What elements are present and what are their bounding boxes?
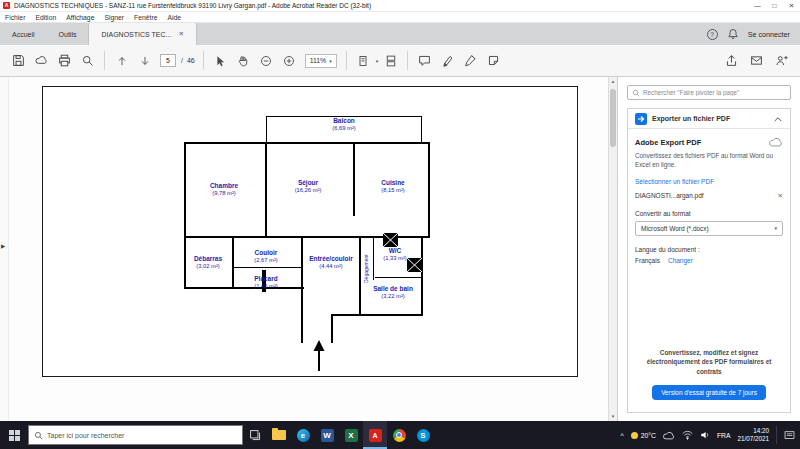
zoom-in-icon[interactable] — [279, 50, 300, 72]
wall — [421, 238, 423, 316]
adobe-export-pdf-label: Adobe Export PDF — [635, 138, 769, 147]
action-center-icon[interactable] — [784, 430, 795, 441]
menu-edition[interactable]: Edition — [30, 14, 61, 21]
maximize-button[interactable]: □ — [766, 2, 783, 10]
select-pdf-link[interactable]: Sélectionner un fichier PDF — [635, 178, 783, 185]
taskbar-search-input[interactable] — [47, 432, 237, 439]
search-icon[interactable] — [77, 50, 98, 72]
zoom-dropdown-icon[interactable]: ▾ — [329, 58, 332, 64]
fit-page-dropdown-icon[interactable]: ▾ — [376, 58, 379, 64]
export-pdf-title: Exporter un fichier PDF — [652, 115, 768, 122]
add-person-icon[interactable] — [771, 50, 792, 72]
time: 14:20 — [753, 427, 769, 434]
tools-search[interactable] — [627, 85, 791, 100]
room-label-sejour: Séjour(16,26 m²) — [295, 179, 322, 195]
tab-accueil-label: Accueil — [12, 31, 35, 38]
scroll-down-icon[interactable]: ▼ — [609, 414, 617, 419]
free-trial-button[interactable]: Version d'essai gratuite de 7 jours — [652, 385, 766, 400]
sticky-note-icon[interactable] — [483, 50, 504, 72]
minimize-button[interactable]: — — [749, 2, 766, 10]
start-button[interactable] — [0, 421, 28, 449]
edge-browser-icon[interactable]: e — [291, 421, 315, 449]
document-viewport[interactable]: ▶ — [0, 77, 608, 421]
room-label-debarras: Débarras(3,02 m²) — [194, 255, 222, 271]
windows-logo-icon — [9, 430, 20, 441]
room-label-placard: Placard(1,45 m²) — [254, 275, 278, 291]
previous-page-icon[interactable] — [111, 50, 132, 72]
email-icon[interactable] — [746, 50, 767, 72]
share-icon[interactable] — [721, 50, 742, 72]
menu-fenetre[interactable]: Fenêtre — [129, 14, 162, 21]
volume-icon[interactable] — [700, 430, 710, 440]
acrobat-icon[interactable]: A — [363, 421, 387, 449]
select-tool-icon[interactable] — [210, 50, 231, 72]
skype-icon[interactable]: S — [411, 421, 435, 449]
room-label-balcon: Balcon(6,69 m²) — [332, 117, 356, 133]
tab-outils[interactable]: Outils — [47, 23, 89, 45]
menu-signer[interactable]: Signer — [99, 14, 129, 21]
expand-pane-icon[interactable]: ▶ — [1, 243, 5, 249]
sun-icon — [631, 432, 638, 439]
menu-fichier[interactable]: Fichier — [0, 14, 30, 21]
scrolling-view-icon[interactable] — [380, 50, 401, 72]
export-pdf-icon — [635, 113, 647, 125]
tab-accueil[interactable]: Accueil — [0, 23, 47, 45]
wall — [184, 287, 304, 289]
print-icon[interactable] — [54, 50, 75, 72]
menu-aide[interactable]: Aide — [163, 14, 187, 21]
file-explorer-icon[interactable] — [267, 421, 291, 449]
convert-format-label: Convertir au format — [635, 210, 783, 217]
export-pdf-header[interactable]: Exporter un fichier PDF — [628, 109, 790, 129]
cloud-save-icon[interactable] — [31, 50, 52, 72]
wall — [265, 144, 267, 236]
sign-in-button[interactable]: Se connecter — [748, 30, 790, 39]
search-icon — [34, 431, 43, 440]
chrome-icon[interactable] — [387, 421, 411, 449]
format-select[interactable]: Microsoft Word (*.docx) ▾ — [635, 221, 783, 236]
comment-icon[interactable] — [414, 50, 435, 72]
change-language-link[interactable]: Changer — [668, 257, 693, 264]
word-icon[interactable]: W — [315, 421, 339, 449]
room-label-entree: Entrée/couloir(4,44 m²) — [309, 255, 353, 271]
hand-tool-icon[interactable] — [233, 50, 254, 72]
save-icon[interactable] — [8, 50, 29, 72]
sign-pen-icon[interactable] — [460, 50, 481, 72]
bell-icon[interactable] — [727, 28, 739, 40]
taskbar-clock[interactable]: 14:20 21/07/2021 — [737, 427, 769, 444]
chevron-up-icon[interactable] — [773, 115, 783, 123]
search-icon — [632, 89, 640, 97]
wall — [428, 142, 430, 238]
zoom-level-control[interactable]: 111% ▾ — [305, 54, 337, 68]
wifi-icon[interactable] — [682, 430, 693, 440]
scroll-up-icon[interactable]: ▲ — [609, 79, 617, 84]
tools-search-input[interactable] — [643, 89, 786, 96]
page-number-input[interactable]: 5 — [160, 54, 176, 67]
menu-affichage[interactable]: Affichage — [61, 14, 99, 21]
document-language-label: Langue du document : — [635, 246, 783, 253]
tab-document[interactable]: DIAGNOSTICS TEC... ✕ — [88, 23, 196, 45]
vertical-scrollbar[interactable]: ▲ ▼ — [608, 77, 617, 421]
show-hidden-icons[interactable]: ^ — [620, 432, 623, 439]
close-button[interactable]: ✕ — [783, 2, 800, 10]
menu-bar: Fichier Edition Affichage Signer Fenêtre… — [0, 12, 800, 23]
tab-close-icon[interactable]: ✕ — [178, 30, 183, 38]
document-language-value: Français — [635, 257, 660, 264]
help-icon[interactable]: ? — [707, 29, 718, 40]
zoom-out-icon[interactable] — [256, 50, 277, 72]
fit-page-icon[interactable] — [353, 50, 374, 72]
wall — [184, 142, 186, 289]
highlight-icon[interactable] — [437, 50, 458, 72]
weather-widget[interactable]: 20°C — [631, 432, 656, 439]
excel-icon[interactable]: X — [339, 421, 363, 449]
scrollbar-thumb[interactable] — [610, 89, 616, 147]
task-view-button[interactable] — [243, 421, 267, 449]
room-label-chambre: Chambre(9,78 m²) — [210, 182, 238, 198]
next-page-icon[interactable] — [134, 50, 155, 72]
taskbar-search[interactable] — [28, 425, 243, 445]
remove-file-icon[interactable]: ✕ — [778, 192, 783, 200]
onedrive-icon[interactable] — [663, 431, 675, 440]
promo-text: Convertissez, modifiez et signez électro… — [635, 348, 783, 376]
tab-outils-label: Outils — [59, 31, 77, 38]
page-total: 46 — [187, 57, 195, 64]
keyboard-language[interactable]: FRA — [717, 432, 731, 439]
